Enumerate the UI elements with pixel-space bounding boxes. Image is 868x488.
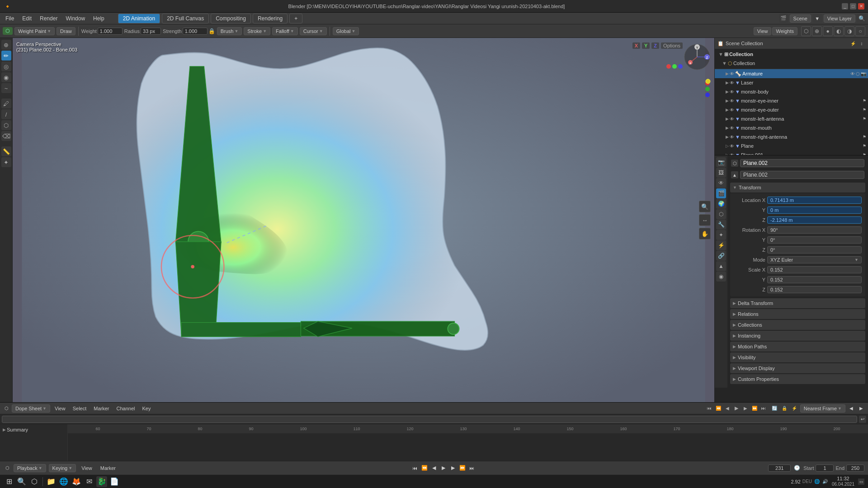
viewport-shading-render[interactable]: ◑ <box>844 26 854 36</box>
pb-marker-menu[interactable]: Marker <box>98 465 118 471</box>
viewport-overlay-toggle[interactable]: ⬡ <box>3 27 13 35</box>
scene-name[interactable]: Scene <box>790 14 811 23</box>
outliner-item-monstr-eye-inner[interactable]: ▶ 👁 ▼ monstr-eye-inner ⚑ <box>715 96 868 105</box>
menu-help[interactable]: Help <box>90 14 108 23</box>
tool-annotate-line[interactable]: / <box>1 109 11 119</box>
axis-z-button[interactable]: Z <box>651 42 659 49</box>
view-menu[interactable]: View <box>754 27 772 35</box>
start-frame-input[interactable]: 1 <box>816 465 834 472</box>
pb-ctrl-1[interactable]: ⏮ <box>411 464 419 472</box>
prop-world-icon[interactable]: 🌍 <box>716 199 726 209</box>
outliner-sync[interactable]: ↕ <box>858 40 865 47</box>
rot-z-value[interactable]: 0° <box>767 246 862 253</box>
loc-z-value[interactable]: -2.1248 m <box>767 216 862 224</box>
transform-header[interactable]: ▼ Transform <box>730 183 865 192</box>
relations-header[interactable]: ▶ Relations <box>730 309 865 319</box>
dope-timeline[interactable]: 60 70 80 90 100 110 120 130 140 150 160 … <box>68 424 868 461</box>
outliner-item-laser[interactable]: ▶ 👁 ▼ Laser <box>715 78 868 87</box>
prop-modifier-icon[interactable]: 🔧 <box>716 220 726 230</box>
pb-ctrl-3[interactable]: ◀ <box>430 464 438 472</box>
taskbar-browser[interactable]: 🌐 <box>58 476 69 487</box>
mode-prop-value[interactable]: XYZ Euler ▼ <box>767 256 862 263</box>
next-frame-button[interactable]: ⏩ <box>750 404 759 413</box>
rot-y-value[interactable]: 0° <box>767 236 862 244</box>
rot-x-value[interactable]: 90° <box>767 226 862 234</box>
tool-draw[interactable]: ✏ <box>1 51 11 61</box>
outliner-item-monstr-body[interactable]: ▶ 👁 ▼ monstr-body <box>715 87 868 96</box>
visibility-header[interactable]: ▶ Visibility <box>730 352 865 362</box>
tool-cursor[interactable]: ⊕ <box>1 40 11 50</box>
network-icon[interactable]: 🌐 <box>814 479 820 485</box>
dope-menu-view[interactable]: View <box>52 405 68 412</box>
pb-ctrl-5[interactable]: ▶ <box>449 464 457 472</box>
prop-data-icon[interactable]: ▲ <box>716 261 726 271</box>
viewport[interactable]: Camera Perspective (231) Plane.002 - Bon… <box>13 38 714 402</box>
gizmo-button[interactable]: ⊕ <box>812 26 822 36</box>
tab-add[interactable]: + <box>289 14 302 23</box>
zoom-out-button[interactable]: ↔ <box>699 214 711 226</box>
weights-menu[interactable]: Weights <box>772 27 797 35</box>
prop-scene-icon[interactable]: 🎬 <box>716 188 726 198</box>
viewport-shading-solid[interactable]: ● <box>823 26 833 36</box>
menu-file[interactable]: File <box>2 14 18 23</box>
menu-render[interactable]: Render <box>36 14 61 23</box>
outliner-item-plane[interactable]: ▷ 👁 ▼ Plane ⚑ <box>715 141 868 150</box>
prev-frame-button[interactable]: ⏪ <box>714 404 722 413</box>
tab-rendering[interactable]: Rendering <box>253 14 288 23</box>
taskbar-explorer[interactable]: 📁 <box>46 476 57 487</box>
start-button[interactable]: ⊞ <box>4 476 14 487</box>
task-view[interactable]: ⬡ <box>29 476 40 487</box>
outliner-item-monstr-left-ant[interactable]: ▶ 👁 ▼ monstr-left-antenna ⚑ <box>715 114 868 123</box>
delta-transform-header[interactable]: ▶ Delta Transform <box>730 298 865 308</box>
global-selector[interactable]: Global ▼ <box>333 27 359 35</box>
filter-icon[interactable]: ⚡ <box>790 404 798 413</box>
pb-ctrl-play[interactable]: ▶ <box>439 464 448 472</box>
pan-button[interactable]: ✋ <box>699 228 711 239</box>
tool-annotate-erase[interactable]: ⌫ <box>1 131 11 141</box>
dope-menu-channel[interactable]: Channel <box>114 405 138 412</box>
scene-selector[interactable]: 🎬 <box>779 14 788 23</box>
viewport-shading-mat[interactable]: ◐ <box>834 26 844 36</box>
volume-icon[interactable]: 🔊 <box>822 479 828 485</box>
search-button-top[interactable]: 🔍 <box>857 14 866 23</box>
dope-scroll-left[interactable]: ◀ <box>847 404 855 413</box>
end-frame-input[interactable]: 250 <box>846 465 864 472</box>
zoom-in-button[interactable]: 🔍 <box>699 201 711 212</box>
taskbar-mail[interactable]: ✉ <box>84 476 94 487</box>
pb-ctrl-7[interactable]: ⏭ <box>468 464 476 472</box>
dope-mode-selector[interactable]: Dope Sheet ▼ <box>12 404 50 413</box>
viewport-display-header[interactable]: ▶ Viewport Display <box>730 363 865 373</box>
mesh-name-field[interactable]: Plane.002 <box>740 171 864 179</box>
mode-selector[interactable]: Weight Paint ▼ <box>14 27 55 35</box>
scale-x-value[interactable]: 0.152 <box>767 266 862 273</box>
menu-window[interactable]: Window <box>62 14 89 23</box>
dope-channel-summary[interactable]: ▶ Summary <box>1 425 66 434</box>
cursor-selector[interactable]: Cursor ▼ <box>300 27 327 35</box>
close-button[interactable]: ✕ <box>858 3 864 9</box>
draw-button[interactable]: Draw <box>57 27 75 35</box>
prop-output-icon[interactable]: 🖼 <box>716 168 726 178</box>
prop-render-icon[interactable]: 📷 <box>716 157 726 167</box>
tab-compositing[interactable]: Compositing <box>211 14 251 23</box>
playback-end-button[interactable]: ⏭ <box>760 404 768 413</box>
menu-edit[interactable]: Edit <box>19 14 35 23</box>
dope-search-button[interactable]: ↩ <box>859 416 866 423</box>
overlay-button[interactable]: ⬡ <box>801 26 811 36</box>
tool-smear[interactable]: ~ <box>1 83 11 93</box>
radius-input[interactable]: 33 px <box>141 28 161 35</box>
taskbar-pdf[interactable]: 📄 <box>109 476 120 487</box>
prop-view-icon[interactable]: 👁 <box>716 178 726 188</box>
motion-paths-header[interactable]: ▶ Motion Paths <box>730 342 865 352</box>
stroke-selector[interactable]: Stroke ▼ <box>244 27 270 35</box>
strength-lock[interactable]: 🔒 <box>208 28 215 34</box>
dope-menu-marker[interactable]: Marker <box>91 405 112 412</box>
prop-physics-icon[interactable]: ⚡ <box>716 240 726 250</box>
object-name-field[interactable]: Plane.002 <box>740 159 864 167</box>
outliner-item-monstr-right-ant[interactable]: ▶ 👁 ▼ monstr-right-antenna ⚑ <box>715 132 868 141</box>
outliner-item-monstr-eye-outer[interactable]: ▶ 👁 ▼ monstr-eye-outer ⚑ <box>715 105 868 114</box>
dope-scroll-right[interactable]: ▶ <box>857 404 865 413</box>
outliner-item-plane001[interactable]: ▷ 👁 ▼ Plane.001 ⚑ <box>715 150 868 155</box>
tool-annotate[interactable]: 🖊 <box>1 99 11 108</box>
keying-selector[interactable]: Keying ▼ <box>49 464 76 472</box>
mesh-icon[interactable]: ▲ <box>731 171 738 178</box>
